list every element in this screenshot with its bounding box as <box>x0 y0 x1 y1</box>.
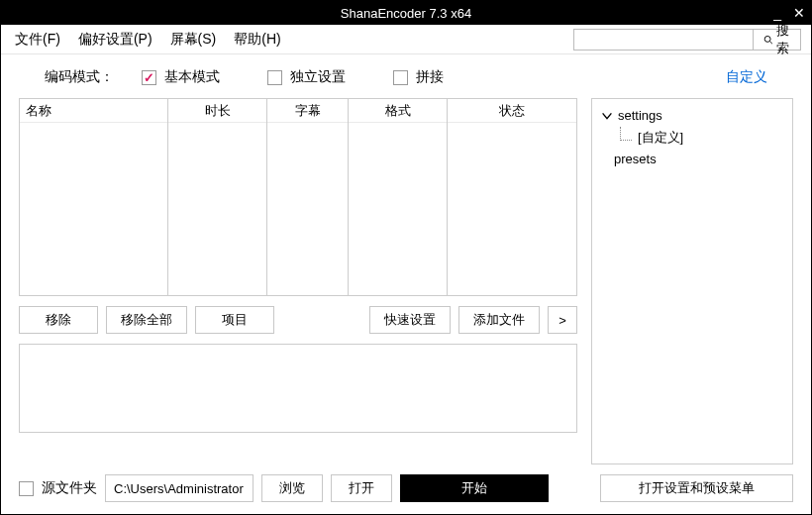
encoding-mode-label: 编码模式： <box>45 68 114 86</box>
col-format[interactable]: 格式 <box>349 99 447 123</box>
checkbox-icon <box>19 481 34 496</box>
start-button[interactable]: 开始 <box>400 474 549 502</box>
open-presets-menu-button[interactable]: 打开设置和预设菜单 <box>600 474 793 502</box>
tree-branch-icon <box>620 127 632 141</box>
menu-screen[interactable]: 屏幕(S) <box>170 31 217 49</box>
project-button[interactable]: 项目 <box>195 306 274 334</box>
tree-custom-label: [自定义] <box>638 127 683 149</box>
file-grid: 名称 时长 字幕 格式 状态 <box>19 98 577 296</box>
menu-preferences[interactable]: 偏好设置(P) <box>78 31 152 49</box>
open-button[interactable]: 打开 <box>331 474 392 502</box>
add-file-button[interactable]: 添加文件 <box>458 306 540 334</box>
preset-tree[interactable]: settings [自定义] presets <box>591 98 793 464</box>
mode-independent-label: 独立设置 <box>290 68 346 86</box>
source-folder-label: 源文件夹 <box>42 479 97 497</box>
mode-splice-checkbox[interactable]: 拼接 <box>393 68 444 86</box>
col-status[interactable]: 状态 <box>448 99 576 123</box>
search-button-label: 搜索 <box>776 22 794 57</box>
search-icon <box>763 33 772 47</box>
custom-link[interactable]: 自定义 <box>726 68 767 86</box>
tree-node-settings[interactable]: settings <box>600 105 784 127</box>
browse-button[interactable]: 浏览 <box>261 474 323 502</box>
mode-basic-checkbox[interactable]: 基本模式 <box>142 68 220 86</box>
search-input[interactable] <box>574 30 753 50</box>
tree-node-presets[interactable]: presets <box>600 149 784 170</box>
mode-splice-label: 拼接 <box>416 68 444 86</box>
menu-file[interactable]: 文件(F) <box>15 31 60 49</box>
svg-point-0 <box>764 36 770 42</box>
close-icon[interactable]: ✕ <box>793 5 805 21</box>
col-subtitle[interactable]: 字幕 <box>267 99 348 123</box>
more-button[interactable]: > <box>548 306 577 334</box>
tree-settings-label: settings <box>618 105 662 127</box>
chevron-down-icon <box>600 109 614 123</box>
encoding-mode-row: 编码模式： 基本模式 独立设置 拼接 自定义 <box>15 64 797 88</box>
quick-settings-button[interactable]: 快速设置 <box>369 306 451 334</box>
bottom-row: 源文件夹 C:\Users\Administrator 浏览 打开 开始 打开设… <box>15 474 797 502</box>
col-name[interactable]: 名称 <box>20 99 167 123</box>
search-box: 搜索 <box>573 29 801 51</box>
info-panel <box>19 344 577 433</box>
checkbox-icon <box>393 70 408 85</box>
checkbox-icon <box>142 70 156 85</box>
grid-buttons-row: 移除 移除全部 项目 快速设置 添加文件 > <box>19 306 577 334</box>
minimize-icon[interactable]: _ <box>773 5 781 21</box>
output-path-text: C:\Users\Administrator <box>114 481 244 496</box>
remove-button[interactable]: 移除 <box>19 306 98 334</box>
remove-all-button[interactable]: 移除全部 <box>106 306 187 334</box>
tree-presets-label: presets <box>614 149 657 170</box>
mode-basic-label: 基本模式 <box>164 68 220 86</box>
col-duration[interactable]: 时长 <box>168 99 266 123</box>
title-bar: ShanaEncoder 7.3 x64 _ ✕ <box>1 1 811 25</box>
search-button[interactable]: 搜索 <box>753 30 804 50</box>
menu-help[interactable]: 帮助(H) <box>234 31 280 49</box>
output-path-box[interactable]: C:\Users\Administrator <box>105 474 254 502</box>
window-title: ShanaEncoder 7.3 x64 <box>341 6 471 21</box>
source-folder-checkbox[interactable]: 源文件夹 <box>19 479 97 497</box>
checkbox-icon <box>267 70 282 85</box>
mode-independent-checkbox[interactable]: 独立设置 <box>267 68 346 86</box>
svg-line-1 <box>769 41 771 43</box>
menu-bar: 文件(F) 偏好设置(P) 屏幕(S) 帮助(H) 搜索 <box>1 25 811 54</box>
tree-node-custom[interactable]: [自定义] <box>600 127 784 149</box>
